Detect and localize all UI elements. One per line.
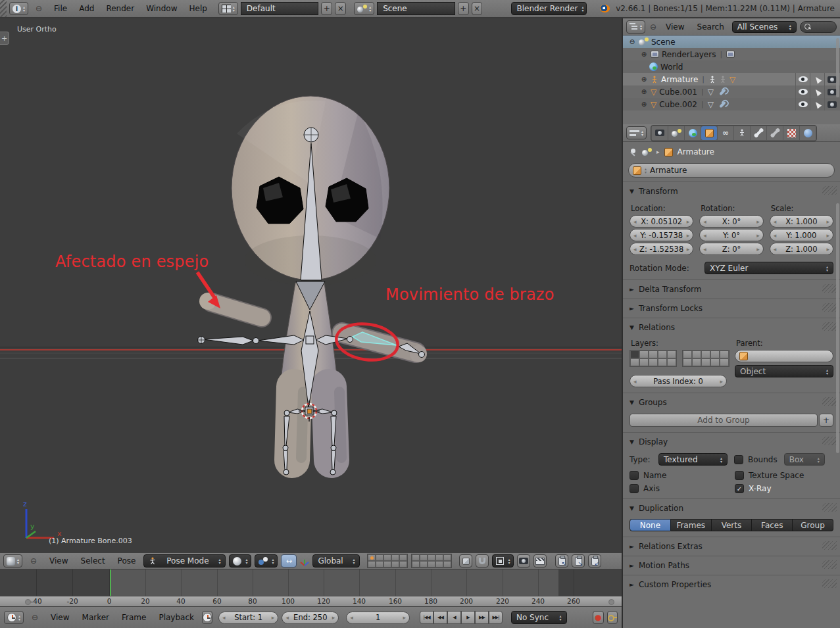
panel-drag-handle[interactable] [822, 437, 837, 445]
pass-index-field[interactable]: ◂ Pass Index: 0 ▸ [630, 375, 727, 387]
bounds-checkbox[interactable] [734, 455, 743, 464]
timeline-menu-view[interactable]: View [46, 613, 74, 622]
modifier-wrench-icon[interactable] [719, 88, 726, 95]
layers-grid-2[interactable] [682, 350, 729, 367]
timeline-editor-selector[interactable]: ▴ ▾ [4, 611, 24, 624]
tab-physics[interactable] [800, 126, 816, 140]
current-frame-field[interactable]: ◂ 1 ▸ [346, 612, 410, 624]
outliner-search-input[interactable] [800, 21, 837, 33]
prev-keyframe-button[interactable]: ◀◀ [433, 611, 447, 624]
scrollbar-right-cap[interactable] [608, 599, 614, 605]
tab-scene[interactable] [668, 126, 684, 140]
panel-transform-locks-header[interactable]: ► Transform Locks [630, 302, 833, 314]
tab-object-data[interactable] [734, 126, 750, 140]
collapse-icon[interactable]: ⊖ [628, 38, 636, 45]
frame-end-field[interactable]: ◂ End: 250 ▸ [282, 612, 339, 624]
auto-keyframe-record-button[interactable]: ● [593, 611, 604, 624]
properties-editor-selector[interactable]: ▴ ▾ [626, 126, 647, 139]
axis-checkbox[interactable] [630, 484, 639, 493]
keying-set-button[interactable] [607, 611, 618, 624]
window-resize-grip[interactable] [0, 0, 7, 17]
view3d-editor-selector[interactable]: ▴ ▾ [3, 554, 22, 568]
panel-drag-handle[interactable] [822, 186, 837, 195]
tab-world[interactable] [685, 126, 701, 140]
3d-viewport[interactable]: User Ortho + Afectado en espejo Movimien… [0, 18, 622, 552]
tab-texture[interactable] [783, 126, 799, 140]
duplication-none-button[interactable]: None [630, 519, 671, 531]
panel-drag-handle[interactable] [822, 579, 837, 588]
outliner-row-scene[interactable]: ⊖ Scene [623, 36, 840, 48]
renderability-camera-icon[interactable] [828, 76, 837, 83]
paste-pose-button[interactable]: ↘ [572, 554, 585, 568]
panel-drag-handle[interactable] [822, 541, 837, 550]
menu-file[interactable]: File [49, 4, 72, 13]
menu-help[interactable]: Help [184, 4, 211, 13]
menu-render[interactable]: Render [101, 4, 139, 13]
outliner-row-cube001[interactable]: ⊕ ▽ Cube.001 | ▽ [623, 85, 840, 98]
parent-type-dropdown[interactable]: Object ▴ ▾ [735, 365, 833, 377]
panel-delta-transform-header[interactable]: ► Delta Transform [630, 283, 833, 295]
armature-data-icon[interactable] [708, 76, 716, 84]
outliner-editor-selector[interactable]: ▴ ▾ [626, 20, 645, 34]
bounds-type-dropdown[interactable]: Box ▴ ▾ [784, 453, 825, 466]
current-frame-marker[interactable] [110, 569, 111, 596]
tab-bone-constraints[interactable] [767, 126, 783, 140]
mode-dropdown[interactable]: Pose Mode ▴ ▾ [143, 554, 226, 568]
tab-bone[interactable] [751, 126, 766, 140]
toolshelf-expand-tab[interactable]: + [0, 32, 9, 45]
visible-layers-grid-2[interactable] [411, 554, 452, 568]
outliner-scrollbar[interactable] [836, 38, 839, 97]
render-opengl-button[interactable] [517, 554, 530, 568]
pivot-point-dropdown[interactable]: ▴ ▾ [255, 554, 278, 568]
info-editor-selector[interactable]: i ▴ ▾ [9, 2, 28, 15]
timeline-menu-marker[interactable]: Marker [78, 613, 114, 622]
next-keyframe-button[interactable]: ▶▶ [475, 611, 489, 624]
render-engine-dropdown[interactable]: Blender Render ▴ ▾ [511, 2, 587, 15]
outliner-scope-dropdown[interactable]: All Scenes ▴ ▾ [732, 21, 797, 33]
duplication-frames-button[interactable]: Frames [671, 519, 712, 531]
visibility-eye-icon[interactable] [799, 89, 808, 95]
panel-drag-handle[interactable] [822, 503, 837, 512]
play-button[interactable]: ▶ [461, 611, 475, 624]
selectability-cursor-icon[interactable] [813, 87, 821, 96]
new-group-plus-button[interactable]: + [819, 414, 833, 427]
add-layout-button[interactable]: + [321, 2, 332, 15]
tab-render[interactable] [652, 126, 668, 140]
lock-to-scene-button[interactable] [459, 554, 472, 568]
rotation-y-field[interactable]: ◂Y: 0°▸ [699, 229, 763, 241]
outliner-row-cube002[interactable]: ⊕ ▽ Cube.002 | ▽ [623, 98, 840, 110]
expand-icon[interactable]: ⊕ [640, 88, 648, 95]
view3d-menu-view[interactable]: View [45, 556, 72, 566]
viewport-shading-dropdown[interactable]: ▴ ▾ [229, 554, 251, 568]
renderability-camera-icon[interactable] [828, 89, 837, 95]
panel-motion-paths-header[interactable]: ► Motion Paths [630, 560, 833, 571]
collapse-menus-icon[interactable]: ⊖ [31, 4, 47, 13]
add-scene-button[interactable]: + [458, 2, 469, 15]
view3d-menu-select[interactable]: Select [76, 556, 110, 566]
outliner-row-armature[interactable]: ⊕ Armature | ▽ [623, 73, 840, 85]
selectability-cursor-icon[interactable] [813, 75, 821, 84]
scale-z-field[interactable]: ◂Z: 1.000▸ [770, 243, 833, 255]
visible-layers-grid-1[interactable] [367, 554, 408, 568]
panel-drag-handle[interactable] [822, 303, 837, 312]
name-checkbox[interactable] [630, 471, 639, 480]
rotation-z-field[interactable]: ◂Z: 0°▸ [699, 243, 763, 255]
screen-layout-name[interactable]: Default [241, 2, 319, 15]
delete-scene-button[interactable]: × [472, 2, 483, 15]
timeline-ruler[interactable]: -40 -20 0 20 40 60 80 100 120 140 160 18… [0, 596, 622, 606]
expand-icon[interactable]: ⊕ [640, 76, 648, 83]
timeline-menu-frame[interactable]: Frame [117, 613, 151, 622]
manipulator-toggle[interactable]: ↔ [281, 554, 297, 568]
layers-grid-1[interactable] [630, 350, 677, 367]
object-name-field[interactable]: ▴ ▾ Armature [628, 163, 835, 178]
add-to-group-button[interactable]: Add to Group [630, 414, 818, 427]
mesh-triangle-icon[interactable]: ▽ [729, 76, 735, 84]
mesh-data-icon[interactable]: ▽ [708, 88, 714, 96]
frame-start-field[interactable]: ◂ Start: 1 ▸ [218, 612, 278, 624]
rotation-mode-dropdown[interactable]: XYZ Euler ▴ ▾ [704, 262, 833, 274]
menu-window[interactable]: Window [141, 4, 182, 13]
use-preview-range-button[interactable] [202, 611, 212, 624]
modifier-wrench-icon[interactable] [719, 101, 726, 108]
duplication-faces-button[interactable]: Faces [752, 519, 793, 531]
snap-toggle-button[interactable] [476, 554, 489, 568]
